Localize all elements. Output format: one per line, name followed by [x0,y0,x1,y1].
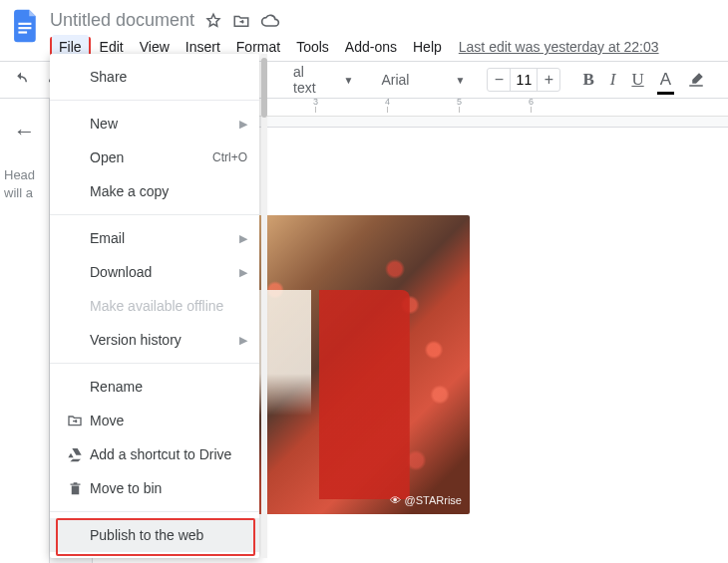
dropdown-scrollbar[interactable] [261,58,267,118]
svg-rect-0 [18,23,31,25]
menu-item-publish-to-web[interactable]: Publish to the web [50,518,259,552]
menu-item-move[interactable]: Move [50,404,259,437]
font-size-decrease[interactable]: − [488,71,510,89]
menu-item-new[interactable]: New▶ [50,107,259,141]
app-header: Untitled document File Edit View Insert … [0,0,728,61]
menu-item-download[interactable]: Download▶ [50,255,259,289]
bold-button[interactable]: B [576,66,599,94]
submenu-arrow-icon: ▶ [239,334,247,347]
cloud-status-icon[interactable] [260,12,280,30]
outline-placeholder-text: Head will a [0,144,49,202]
text-color-button[interactable]: A [654,66,677,94]
document-title[interactable]: Untitled document [50,10,194,31]
menu-item-rename[interactable]: Rename [50,370,259,404]
svg-rect-2 [18,31,27,33]
submenu-arrow-icon: ▶ [239,232,247,245]
menu-item-make-offline: Make available offline [50,289,259,323]
underline-button[interactable]: U [625,66,649,94]
font-size-increase[interactable]: + [538,71,559,89]
trash-icon [64,481,86,496]
chevron-down-icon: ▼ [344,75,354,86]
undo-button[interactable] [6,67,36,93]
image-watermark: 👁@STARrise [390,494,462,506]
menubar-addons[interactable]: Add-ons [338,35,404,59]
file-menu-dropdown: Share New▶ OpenCtrl+O Make a copy Email▶… [50,54,259,558]
star-icon[interactable] [204,12,222,30]
docs-logo-icon[interactable] [8,8,44,44]
move-icon [64,413,86,428]
chevron-down-icon: ▼ [455,75,465,86]
font-size-input[interactable] [510,69,538,91]
paragraph-style-select[interactable]: al text▼ [287,60,359,100]
outline-sidebar: ← Head will a [0,99,50,563]
last-edit-link[interactable]: Last edit was yesterday at 22:03 [459,39,659,55]
submenu-arrow-icon: ▶ [239,118,247,131]
submenu-arrow-icon: ▶ [239,266,247,279]
menubar-tools[interactable]: Tools [289,35,336,59]
menu-item-share[interactable]: Share [50,60,259,94]
italic-button[interactable]: I [604,66,622,94]
menu-item-email[interactable]: Email▶ [50,221,259,255]
menu-item-make-copy[interactable]: Make a copy [50,174,259,208]
menu-item-version-history[interactable]: Version history▶ [50,323,259,357]
highlight-color-button[interactable] [681,67,711,93]
menu-item-move-to-bin[interactable]: Move to bin [50,471,259,505]
svg-rect-1 [18,27,31,29]
outline-collapse-icon[interactable]: ← [0,119,49,144]
menu-item-add-shortcut[interactable]: Add a shortcut to Drive [50,437,259,471]
menu-item-open[interactable]: OpenCtrl+O [50,141,259,174]
font-size-control: − + [487,68,560,92]
move-folder-icon[interactable] [232,12,250,30]
svg-rect-3 [689,85,703,87]
drive-icon [64,446,86,462]
menubar-help[interactable]: Help [406,35,449,59]
font-family-select[interactable]: Arial▼ [375,68,471,92]
